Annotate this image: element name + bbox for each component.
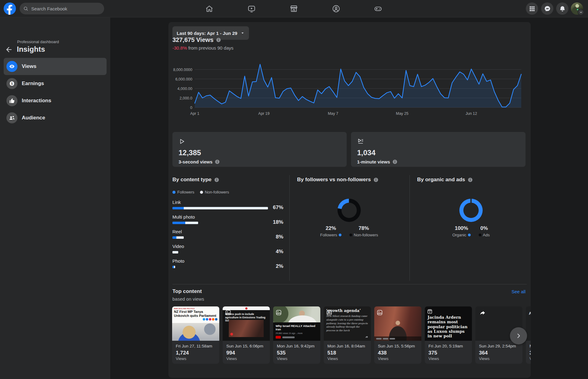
play-badge (230, 333, 233, 336)
groups-icon (332, 5, 340, 13)
menu-grid-icon (529, 6, 535, 12)
next-arrow-button[interactable] (510, 327, 527, 344)
post-views-label: Views (327, 356, 338, 361)
sidebar: Professional dashboard Insights Views$Ea… (0, 17, 110, 379)
svg-text:May 25: May 25 (396, 111, 409, 116)
marketplace-icon (290, 5, 298, 13)
content-card[interactable]: NEW ZEALAND POLITICSNZ First MP Tanya Un… (172, 306, 219, 364)
messenger-button[interactable] (541, 2, 553, 15)
sidebar-item-audience[interactable]: Audience (4, 109, 107, 126)
video-meta: 29,682 views 1h ago ...more (276, 332, 303, 334)
sidebar-item-label: Interactions (22, 98, 51, 104)
text-post-thumbnail: ‘growth agenda’New Māori research fundin… (324, 306, 371, 341)
stat-card-3-second-views: 12,3853-second views (172, 132, 347, 167)
donut-stat-organic: 100%Organic (452, 225, 471, 237)
info-icon[interactable] (468, 177, 473, 182)
nav-tab-marketplace[interactable] (277, 1, 311, 16)
post-date: Fri Jun 27, 11:58am (176, 344, 212, 348)
search-input[interactable] (31, 6, 93, 12)
play-list-icon (357, 138, 364, 145)
info-icon[interactable] (215, 159, 220, 164)
search-bar[interactable] (20, 3, 104, 14)
bar (172, 251, 178, 253)
article-thumbnail: Jacinda Ardern remains most popular poli… (425, 306, 472, 341)
video-thumbnail (374, 306, 421, 341)
delta-value: -30.8% (172, 45, 187, 51)
bar-percent: 67% (273, 205, 283, 211)
bar (172, 222, 198, 224)
thumbs-up-icon (6, 95, 17, 106)
post-date: Fri Jun 20, 5:19am (428, 344, 463, 348)
photo-icon (276, 310, 282, 316)
sidebar-item-label: Audience (22, 115, 45, 121)
info-icon[interactable] (216, 37, 221, 43)
back-arrow-icon[interactable] (5, 46, 13, 54)
post-date: Mon Jun 16, 8:04am (327, 344, 365, 348)
video-still (229, 320, 264, 337)
bar-label: Video (172, 244, 283, 249)
donut-stat-ads: 0%Ads (479, 225, 490, 237)
video-controls (374, 336, 421, 341)
post-views-label: Vi (530, 356, 531, 361)
video-thumbnail: Why Israel REALLY Attacked Iran29,682 vi… (273, 306, 320, 341)
svg-text:Apr 1: Apr 1 (190, 111, 199, 116)
sidebar-item-interactions[interactable]: Interactions (4, 92, 107, 109)
content-card[interactable]: Why Israel REALLY Attacked Iran29,682 vi… (273, 306, 320, 364)
total-views-value: 327,675 Views (172, 36, 213, 43)
info-icon[interactable] (392, 159, 398, 164)
info-icon[interactable] (214, 177, 219, 182)
svg-text:May 7: May 7 (328, 111, 338, 116)
post-views-label: Views (176, 356, 186, 361)
svg-text:Apr 19: Apr 19 (258, 111, 270, 116)
post-date: M (530, 344, 531, 348)
content-card[interactable]: Greens push to include agriculture in Em… (223, 306, 270, 364)
post-date: Sun Jun 15, 5:56pm (378, 344, 415, 348)
bar-percent: 8% (276, 234, 283, 240)
top-content-cards: NEW ZEALAND POLITICSNZ First MP Tanya Un… (168, 306, 531, 365)
bar (172, 236, 184, 239)
delta-caption: from previous 90 days (187, 45, 234, 51)
see-all-link[interactable]: See all (511, 289, 526, 294)
bar-percent: 2% (276, 263, 283, 269)
menu-grid-button[interactable] (526, 2, 538, 15)
nav-tab-watch[interactable] (235, 1, 268, 16)
next-chevron-icon (515, 332, 522, 339)
bar-label: Reel (172, 229, 283, 234)
post-views-value: 535 (277, 350, 285, 356)
legend-item-followers: Followers (172, 190, 194, 194)
info-icon[interactable] (373, 177, 379, 182)
facebook-logo-icon[interactable] (4, 2, 16, 15)
breadcrumb: Professional dashboard (17, 39, 59, 44)
content-card[interactable]: Jacinda Ardern remains most popular poli… (425, 306, 472, 364)
nav-tab-groups[interactable] (319, 1, 353, 16)
post-date: Mon Jun 16, 9:42pm (277, 344, 315, 348)
site-logo (245, 307, 247, 310)
post-views-label: Views (378, 356, 388, 361)
content-card[interactable]: Sun Jun 15, 5:56pm438Views (374, 306, 421, 364)
video-title: Why Israel REALLY Attacked Iran (276, 324, 318, 331)
article-photo (172, 323, 219, 341)
notifications-bell-button[interactable] (556, 2, 568, 15)
stat-value: 1,034 (357, 148, 526, 157)
insights-panel: Last 90 days: Apr 1 - Jun 29 327,675 Vie… (168, 22, 531, 378)
sidebar-item-earnings[interactable]: $Earnings (4, 75, 107, 92)
article-headline: Jacinda Ardern remains most popular poli… (428, 315, 470, 339)
people-icon (6, 112, 17, 123)
notifications-bell-icon (559, 6, 566, 12)
article-thumbnail: Greens push to include agriculture in Em… (223, 306, 270, 341)
post-date: Sun Jun 15, 6:06pm (226, 344, 263, 348)
nav-tab-home[interactable] (192, 1, 226, 16)
avatar[interactable] (571, 2, 583, 15)
content-card[interactable]: ‘growth agenda’New Māori research fundin… (324, 306, 371, 364)
svg-text:$: $ (11, 82, 13, 85)
followers-donut-stats: 22%Followers78%Non-followers (303, 225, 395, 237)
channel-badge (276, 336, 281, 339)
sidebar-item-views[interactable]: Views (4, 58, 107, 75)
post-views-value: 994 (226, 350, 235, 356)
delta-row: -30.8% from previous 90 days (172, 45, 233, 51)
top-content-subtitle: based on views (172, 296, 204, 302)
svg-text:0: 0 (190, 106, 192, 110)
post-text: A (529, 311, 531, 316)
nav-tab-gaming[interactable] (361, 1, 395, 16)
bar-label: Multi photo (172, 214, 283, 220)
